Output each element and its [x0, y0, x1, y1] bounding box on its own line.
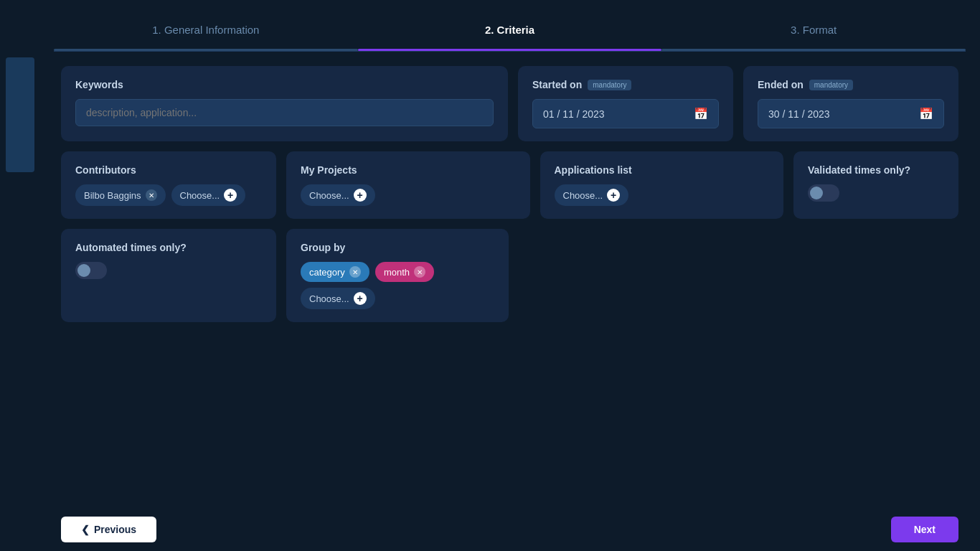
main-content: 1. General Information 2. Criteria 3. Fo…: [39, 0, 980, 551]
sidebar-bar: [6, 57, 34, 172]
started-on-input[interactable]: 01 / 11 / 2023 📅: [532, 99, 719, 128]
ended-on-card: Ended on mandatory 30 / 11 / 2023 📅: [743, 66, 958, 141]
tag-bilbo-remove[interactable]: ✕: [146, 189, 157, 201]
ended-on-badge: mandatory: [809, 80, 853, 90]
row-2: Contributors Bilbo Baggins ✕ Choose... +…: [61, 151, 958, 219]
ended-on-input[interactable]: 30 / 11 / 2023 📅: [758, 99, 944, 128]
started-on-title: Started on: [532, 79, 582, 90]
tag-category[interactable]: category ✕: [301, 262, 369, 282]
tag-category-label: category: [309, 267, 345, 278]
started-on-card: Started on mandatory 01 / 11 / 2023 📅: [518, 66, 733, 141]
started-on-value: 01 / 11 / 2023: [543, 108, 605, 120]
applications-list-choose[interactable]: Choose... +: [555, 184, 629, 206]
my-projects-tags: Choose... +: [301, 184, 516, 206]
next-button[interactable]: Next: [891, 517, 958, 542]
automated-times-card: Automated times only?: [61, 229, 276, 322]
row-1: Keywords Started on mandatory 01 / 11 / …: [61, 66, 958, 141]
chevron-left-icon: ❮: [81, 524, 90, 535]
automated-times-toggle-wrapper: [75, 262, 262, 279]
automated-times-title: Automated times only?: [75, 242, 262, 253]
validated-times-toggle-knob: [810, 187, 823, 199]
group-by-add-icon[interactable]: +: [354, 292, 367, 305]
step-general-underline: [54, 49, 358, 51]
previous-label: Previous: [94, 524, 136, 535]
wizard-steps: 1. General Information 2. Criteria 3. Fo…: [54, 0, 966, 52]
applications-list-choose-label: Choose...: [563, 190, 603, 201]
tag-bilbo-label: Bilbo Baggins: [84, 190, 141, 201]
ended-on-title-row: Ended on mandatory: [758, 79, 944, 90]
applications-list-title: Applications list: [555, 164, 770, 176]
contributors-choose[interactable]: Choose... +: [171, 184, 246, 206]
cards-area: Keywords Started on mandatory 01 / 11 / …: [54, 52, 966, 508]
applications-list-card: Applications list Choose... +: [540, 151, 784, 219]
keywords-input[interactable]: [75, 99, 494, 126]
keywords-card: Keywords: [61, 66, 508, 141]
validated-times-toggle-wrapper: [808, 184, 944, 202]
group-by-tags: category ✕ month ✕ Choose... +: [301, 262, 494, 309]
my-projects-title: My Projects: [301, 164, 516, 176]
started-on-calendar-icon: 📅: [694, 107, 708, 121]
automated-times-toggle-knob: [77, 264, 90, 277]
tag-month-label: month: [384, 267, 410, 278]
keywords-title: Keywords: [75, 79, 494, 90]
validated-times-title: Validated times only?: [808, 164, 944, 176]
validated-times-toggle[interactable]: [808, 184, 839, 202]
automated-times-toggle[interactable]: [75, 262, 107, 279]
step-general[interactable]: 1. General Information: [54, 0, 358, 51]
my-projects-choose-label: Choose...: [309, 190, 349, 201]
started-on-badge: mandatory: [588, 80, 631, 90]
applications-list-tags: Choose... +: [555, 184, 770, 206]
started-on-title-row: Started on mandatory: [532, 79, 719, 90]
step-criteria[interactable]: 2. Criteria: [358, 0, 662, 51]
group-by-title: Group by: [301, 242, 494, 253]
my-projects-choose[interactable]: Choose... +: [301, 184, 375, 206]
group-by-choose[interactable]: Choose... +: [301, 288, 375, 309]
row-3: Automated times only? Group by category …: [61, 229, 958, 322]
ended-on-title: Ended on: [758, 79, 804, 90]
group-by-card: Group by category ✕ month ✕ Choose...: [286, 229, 509, 322]
tag-month[interactable]: month ✕: [375, 262, 434, 282]
tag-month-remove[interactable]: ✕: [414, 266, 425, 278]
step-criteria-underline: [358, 49, 662, 51]
applications-list-add-icon[interactable]: +: [607, 189, 620, 202]
next-label: Next: [914, 524, 936, 535]
sidebar-accent: [0, 0, 39, 551]
contributors-tags: Bilbo Baggins ✕ Choose... +: [75, 184, 262, 206]
contributors-card: Contributors Bilbo Baggins ✕ Choose... +: [61, 151, 276, 219]
step-format[interactable]: 3. Format: [661, 0, 966, 51]
contributors-choose-label: Choose...: [180, 190, 220, 201]
contributors-title: Contributors: [75, 164, 262, 176]
contributors-add-icon[interactable]: +: [224, 189, 237, 202]
ended-on-value: 30 / 11 / 2023: [768, 108, 830, 120]
validated-times-card: Validated times only?: [793, 151, 958, 219]
my-projects-card: My Projects Choose... +: [286, 151, 530, 219]
my-projects-add-icon[interactable]: +: [354, 189, 367, 202]
tag-bilbo-baggins[interactable]: Bilbo Baggins ✕: [75, 184, 166, 206]
group-by-choose-label: Choose...: [309, 293, 349, 304]
ended-on-calendar-icon: 📅: [919, 107, 933, 121]
step-format-underline: [661, 49, 966, 51]
previous-button[interactable]: ❮ Previous: [61, 517, 156, 542]
tag-category-remove[interactable]: ✕: [349, 266, 361, 278]
footer: ❮ Previous Next: [54, 508, 966, 551]
